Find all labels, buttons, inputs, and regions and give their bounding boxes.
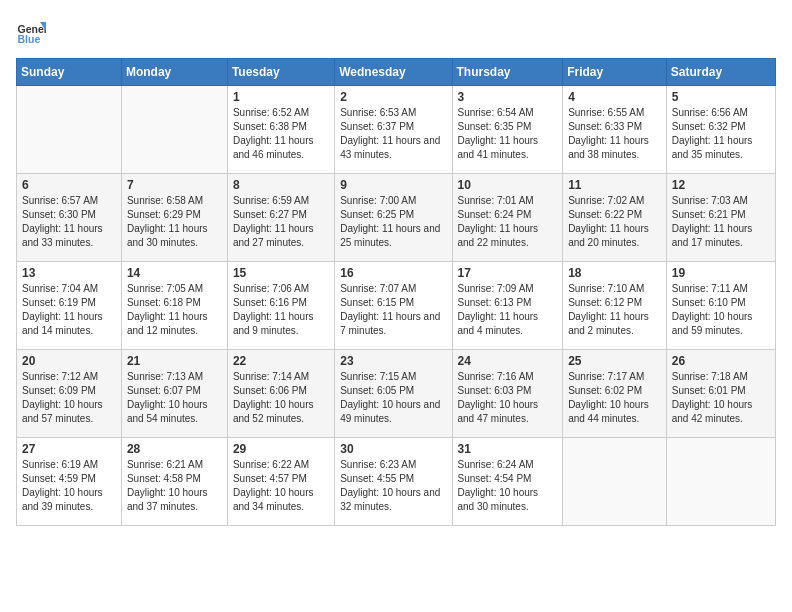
calendar-cell: 3Sunrise: 6:54 AM Sunset: 6:35 PM Daylig… — [452, 86, 563, 174]
day-number: 16 — [340, 266, 446, 280]
day-number: 28 — [127, 442, 222, 456]
calendar-cell: 25Sunrise: 7:17 AM Sunset: 6:02 PM Dayli… — [563, 350, 667, 438]
day-info: Sunrise: 7:01 AM Sunset: 6:24 PM Dayligh… — [458, 194, 558, 250]
day-number: 26 — [672, 354, 770, 368]
page-header: General Blue — [16, 16, 776, 46]
day-info: Sunrise: 7:11 AM Sunset: 6:10 PM Dayligh… — [672, 282, 770, 338]
day-info: Sunrise: 7:03 AM Sunset: 6:21 PM Dayligh… — [672, 194, 770, 250]
calendar-cell: 6Sunrise: 6:57 AM Sunset: 6:30 PM Daylig… — [17, 174, 122, 262]
day-info: Sunrise: 6:54 AM Sunset: 6:35 PM Dayligh… — [458, 106, 558, 162]
week-row-2: 6Sunrise: 6:57 AM Sunset: 6:30 PM Daylig… — [17, 174, 776, 262]
day-header-saturday: Saturday — [666, 59, 775, 86]
day-info: Sunrise: 7:04 AM Sunset: 6:19 PM Dayligh… — [22, 282, 116, 338]
day-info: Sunrise: 6:19 AM Sunset: 4:59 PM Dayligh… — [22, 458, 116, 514]
logo-icon: General Blue — [16, 16, 46, 46]
day-info: Sunrise: 6:57 AM Sunset: 6:30 PM Dayligh… — [22, 194, 116, 250]
day-number: 19 — [672, 266, 770, 280]
day-info: Sunrise: 6:53 AM Sunset: 6:37 PM Dayligh… — [340, 106, 446, 162]
calendar-cell: 13Sunrise: 7:04 AM Sunset: 6:19 PM Dayli… — [17, 262, 122, 350]
day-header-monday: Monday — [121, 59, 227, 86]
day-info: Sunrise: 6:59 AM Sunset: 6:27 PM Dayligh… — [233, 194, 329, 250]
calendar-cell: 27Sunrise: 6:19 AM Sunset: 4:59 PM Dayli… — [17, 438, 122, 526]
calendar-cell: 31Sunrise: 6:24 AM Sunset: 4:54 PM Dayli… — [452, 438, 563, 526]
calendar-cell: 23Sunrise: 7:15 AM Sunset: 6:05 PM Dayli… — [335, 350, 452, 438]
calendar-cell: 19Sunrise: 7:11 AM Sunset: 6:10 PM Dayli… — [666, 262, 775, 350]
day-number: 24 — [458, 354, 558, 368]
day-number: 12 — [672, 178, 770, 192]
day-number: 23 — [340, 354, 446, 368]
calendar-cell: 22Sunrise: 7:14 AM Sunset: 6:06 PM Dayli… — [227, 350, 334, 438]
logo: General Blue — [16, 16, 46, 46]
calendar-cell: 10Sunrise: 7:01 AM Sunset: 6:24 PM Dayli… — [452, 174, 563, 262]
day-info: Sunrise: 6:56 AM Sunset: 6:32 PM Dayligh… — [672, 106, 770, 162]
day-info: Sunrise: 7:17 AM Sunset: 6:02 PM Dayligh… — [568, 370, 661, 426]
day-header-thursday: Thursday — [452, 59, 563, 86]
calendar-cell — [563, 438, 667, 526]
day-info: Sunrise: 7:00 AM Sunset: 6:25 PM Dayligh… — [340, 194, 446, 250]
calendar-cell: 8Sunrise: 6:59 AM Sunset: 6:27 PM Daylig… — [227, 174, 334, 262]
calendar-cell: 21Sunrise: 7:13 AM Sunset: 6:07 PM Dayli… — [121, 350, 227, 438]
day-info: Sunrise: 6:52 AM Sunset: 6:38 PM Dayligh… — [233, 106, 329, 162]
calendar-cell: 14Sunrise: 7:05 AM Sunset: 6:18 PM Dayli… — [121, 262, 227, 350]
calendar-cell — [121, 86, 227, 174]
day-number: 20 — [22, 354, 116, 368]
calendar-cell: 1Sunrise: 6:52 AM Sunset: 6:38 PM Daylig… — [227, 86, 334, 174]
calendar-cell: 2Sunrise: 6:53 AM Sunset: 6:37 PM Daylig… — [335, 86, 452, 174]
day-number: 27 — [22, 442, 116, 456]
day-number: 1 — [233, 90, 329, 104]
day-number: 10 — [458, 178, 558, 192]
calendar-cell: 18Sunrise: 7:10 AM Sunset: 6:12 PM Dayli… — [563, 262, 667, 350]
day-info: Sunrise: 7:07 AM Sunset: 6:15 PM Dayligh… — [340, 282, 446, 338]
day-number: 9 — [340, 178, 446, 192]
day-number: 11 — [568, 178, 661, 192]
day-number: 4 — [568, 90, 661, 104]
calendar-cell — [666, 438, 775, 526]
week-row-1: 1Sunrise: 6:52 AM Sunset: 6:38 PM Daylig… — [17, 86, 776, 174]
calendar-cell — [17, 86, 122, 174]
calendar-cell: 20Sunrise: 7:12 AM Sunset: 6:09 PM Dayli… — [17, 350, 122, 438]
week-row-3: 13Sunrise: 7:04 AM Sunset: 6:19 PM Dayli… — [17, 262, 776, 350]
day-info: Sunrise: 7:10 AM Sunset: 6:12 PM Dayligh… — [568, 282, 661, 338]
calendar-table: SundayMondayTuesdayWednesdayThursdayFrid… — [16, 58, 776, 526]
day-info: Sunrise: 7:15 AM Sunset: 6:05 PM Dayligh… — [340, 370, 446, 426]
day-headers-row: SundayMondayTuesdayWednesdayThursdayFrid… — [17, 59, 776, 86]
calendar-cell: 28Sunrise: 6:21 AM Sunset: 4:58 PM Dayli… — [121, 438, 227, 526]
day-number: 31 — [458, 442, 558, 456]
day-number: 7 — [127, 178, 222, 192]
day-info: Sunrise: 6:23 AM Sunset: 4:55 PM Dayligh… — [340, 458, 446, 514]
week-row-4: 20Sunrise: 7:12 AM Sunset: 6:09 PM Dayli… — [17, 350, 776, 438]
day-info: Sunrise: 7:13 AM Sunset: 6:07 PM Dayligh… — [127, 370, 222, 426]
day-number: 18 — [568, 266, 661, 280]
calendar-cell: 29Sunrise: 6:22 AM Sunset: 4:57 PM Dayli… — [227, 438, 334, 526]
day-info: Sunrise: 6:22 AM Sunset: 4:57 PM Dayligh… — [233, 458, 329, 514]
calendar-cell: 30Sunrise: 6:23 AM Sunset: 4:55 PM Dayli… — [335, 438, 452, 526]
day-number: 6 — [22, 178, 116, 192]
day-header-sunday: Sunday — [17, 59, 122, 86]
day-number: 14 — [127, 266, 222, 280]
calendar-cell: 12Sunrise: 7:03 AM Sunset: 6:21 PM Dayli… — [666, 174, 775, 262]
day-number: 17 — [458, 266, 558, 280]
day-info: Sunrise: 7:02 AM Sunset: 6:22 PM Dayligh… — [568, 194, 661, 250]
day-info: Sunrise: 7:14 AM Sunset: 6:06 PM Dayligh… — [233, 370, 329, 426]
day-info: Sunrise: 6:55 AM Sunset: 6:33 PM Dayligh… — [568, 106, 661, 162]
calendar-cell: 11Sunrise: 7:02 AM Sunset: 6:22 PM Dayli… — [563, 174, 667, 262]
day-number: 21 — [127, 354, 222, 368]
day-info: Sunrise: 7:09 AM Sunset: 6:13 PM Dayligh… — [458, 282, 558, 338]
day-number: 25 — [568, 354, 661, 368]
calendar-cell: 17Sunrise: 7:09 AM Sunset: 6:13 PM Dayli… — [452, 262, 563, 350]
calendar-cell: 4Sunrise: 6:55 AM Sunset: 6:33 PM Daylig… — [563, 86, 667, 174]
day-info: Sunrise: 6:58 AM Sunset: 6:29 PM Dayligh… — [127, 194, 222, 250]
day-number: 13 — [22, 266, 116, 280]
day-header-wednesday: Wednesday — [335, 59, 452, 86]
day-info: Sunrise: 6:21 AM Sunset: 4:58 PM Dayligh… — [127, 458, 222, 514]
day-number: 15 — [233, 266, 329, 280]
calendar-cell: 5Sunrise: 6:56 AM Sunset: 6:32 PM Daylig… — [666, 86, 775, 174]
day-info: Sunrise: 7:18 AM Sunset: 6:01 PM Dayligh… — [672, 370, 770, 426]
day-number: 5 — [672, 90, 770, 104]
day-info: Sunrise: 7:12 AM Sunset: 6:09 PM Dayligh… — [22, 370, 116, 426]
day-number: 29 — [233, 442, 329, 456]
calendar-cell: 15Sunrise: 7:06 AM Sunset: 6:16 PM Dayli… — [227, 262, 334, 350]
day-number: 2 — [340, 90, 446, 104]
day-info: Sunrise: 7:05 AM Sunset: 6:18 PM Dayligh… — [127, 282, 222, 338]
calendar-cell: 9Sunrise: 7:00 AM Sunset: 6:25 PM Daylig… — [335, 174, 452, 262]
